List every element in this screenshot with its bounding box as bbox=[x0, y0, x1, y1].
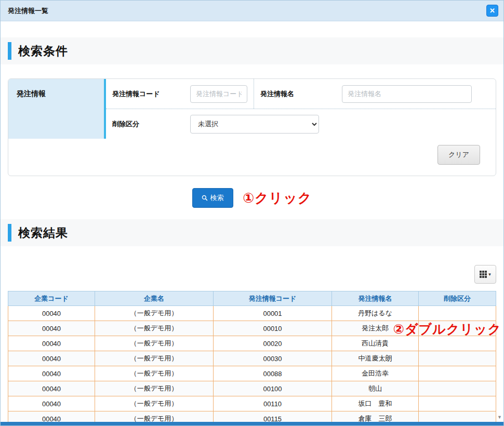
modal-bottom-border bbox=[1, 422, 503, 425]
table-cell: 00040 bbox=[8, 366, 95, 381]
column-header[interactable]: 企業名 bbox=[95, 291, 214, 306]
section-accent-bar bbox=[8, 42, 11, 60]
section-accent-bar bbox=[8, 224, 11, 242]
table-cell: （一般デモ用） bbox=[95, 351, 214, 366]
caret-down-icon: ▾ bbox=[488, 272, 491, 277]
table-cell: （一般デモ用） bbox=[95, 366, 214, 381]
search-icon bbox=[202, 195, 208, 201]
table-cell: （一般デモ用） bbox=[95, 381, 214, 396]
table-cell: 西山清貴 bbox=[332, 336, 419, 351]
field-row-2: 削除区分 未選択 bbox=[106, 109, 496, 139]
close-button[interactable]: ✕ bbox=[486, 5, 498, 17]
results-table: 企業コード企業名発注情報コード発注情報名削除区分 00040（一般デモ用）000… bbox=[8, 291, 496, 426]
table-cell: （一般デモ用） bbox=[95, 321, 214, 336]
table-cell: 00100 bbox=[214, 381, 332, 396]
table-cell bbox=[419, 381, 496, 396]
delete-class-select[interactable]: 未選択 bbox=[190, 115, 319, 134]
order-code-input[interactable] bbox=[190, 85, 247, 103]
grid-icon bbox=[480, 271, 487, 278]
table-cell bbox=[419, 366, 496, 381]
table-cell bbox=[419, 396, 496, 411]
table-cell: 金田浩幸 bbox=[332, 366, 419, 381]
table-row[interactable]: 00040（一般デモ用）00001丹野はるな bbox=[8, 306, 496, 321]
table-cell: （一般デモ用） bbox=[95, 396, 214, 411]
table-row[interactable]: 00040（一般デモ用）00020西山清貴 bbox=[8, 336, 496, 351]
column-picker-button[interactable]: ▾ bbox=[474, 265, 496, 284]
table-cell bbox=[419, 336, 496, 351]
table-cell: 00001 bbox=[214, 306, 332, 321]
order-name-cell bbox=[336, 79, 496, 109]
scrollbar-down-arrow[interactable]: ▼ bbox=[497, 415, 502, 420]
search-button-row: 検索 ①クリック bbox=[1, 188, 503, 209]
modal-title: 発注情報一覧 bbox=[8, 6, 48, 16]
table-cell: 00020 bbox=[214, 336, 332, 351]
table-row[interactable]: 00040（一般デモ用）00110坂口 豊和 bbox=[8, 396, 496, 411]
table-cell: 00010 bbox=[214, 321, 332, 336]
column-header[interactable]: 発注情報コード bbox=[214, 291, 332, 306]
table-cell: 00040 bbox=[8, 351, 95, 366]
search-button-label: 検索 bbox=[210, 193, 224, 203]
search-panel-main: 発注情報 発注情報コード 発注情報名 削除区分 未選択 bbox=[8, 79, 496, 139]
field-row-1: 発注情報コード 発注情報名 bbox=[106, 79, 496, 109]
column-header[interactable]: 発注情報名 bbox=[332, 291, 419, 306]
table-toolbar: ▾ bbox=[8, 265, 496, 284]
delete-class-cell: 未選択 bbox=[184, 109, 325, 139]
table-cell: 丹野はるな bbox=[332, 306, 419, 321]
annotation-click: ①クリック bbox=[243, 190, 312, 206]
search-fields: 発注情報コード 発注情報名 削除区分 未選択 bbox=[106, 79, 496, 139]
table-cell: 朝山 bbox=[332, 381, 419, 396]
clear-button-row: クリア bbox=[8, 139, 496, 172]
table-cell: 00040 bbox=[8, 396, 95, 411]
order-name-input[interactable] bbox=[342, 85, 472, 103]
tab-order-info[interactable]: 発注情報 bbox=[8, 79, 106, 139]
search-conditions-title: 検索条件 bbox=[18, 43, 68, 59]
table-cell: 00040 bbox=[8, 336, 95, 351]
search-results-title: 検索結果 bbox=[18, 225, 68, 241]
order-name-label: 発注情報名 bbox=[254, 79, 336, 109]
search-results-header: 検索結果 bbox=[1, 219, 503, 246]
column-header[interactable]: 削除区分 bbox=[419, 291, 496, 306]
delete-class-label: 削除区分 bbox=[106, 109, 184, 139]
table-cell: 00088 bbox=[214, 366, 332, 381]
table-cell bbox=[419, 306, 496, 321]
table-cell: 00110 bbox=[214, 396, 332, 411]
search-conditions-header: 検索条件 bbox=[1, 37, 503, 64]
search-button[interactable]: 検索 bbox=[192, 188, 233, 208]
order-code-cell bbox=[184, 79, 254, 109]
table-row[interactable]: 00040（一般デモ用）00030中道慶太朗 bbox=[8, 351, 496, 366]
table-cell: 坂口 豊和 bbox=[332, 396, 419, 411]
table-cell: 00040 bbox=[8, 381, 95, 396]
table-row[interactable]: 00040（一般デモ用）00088金田浩幸 bbox=[8, 366, 496, 381]
table-header-row: 企業コード企業名発注情報コード発注情報名削除区分 bbox=[8, 291, 496, 306]
table-cell: 00040 bbox=[8, 321, 95, 336]
table-cell: （一般デモ用） bbox=[95, 336, 214, 351]
modal-titlebar: 発注情報一覧 ✕ bbox=[1, 1, 503, 21]
table-row[interactable]: 00040（一般デモ用）00100朝山 bbox=[8, 381, 496, 396]
table-cell bbox=[419, 351, 496, 366]
search-panel: 発注情報 発注情報コード 発注情報名 削除区分 未選択 bbox=[8, 78, 496, 176]
annotation-doubleclick: ②ダブルクリック bbox=[393, 321, 501, 338]
table-cell: 中道慶太朗 bbox=[332, 351, 419, 366]
order-info-modal: 発注情報一覧 ✕ 検索条件 発注情報 発注情報コード 発注情報名 bbox=[0, 0, 504, 426]
table-cell: 00040 bbox=[8, 306, 95, 321]
table-cell: （一般デモ用） bbox=[95, 306, 214, 321]
column-header[interactable]: 企業コード bbox=[8, 291, 95, 306]
clear-button[interactable]: クリア bbox=[437, 145, 480, 165]
order-code-label: 発注情報コード bbox=[106, 79, 184, 109]
table-cell: 00030 bbox=[214, 351, 332, 366]
results-table-wrap: 企業コード企業名発注情報コード発注情報名削除区分 00040（一般デモ用）000… bbox=[8, 291, 496, 426]
